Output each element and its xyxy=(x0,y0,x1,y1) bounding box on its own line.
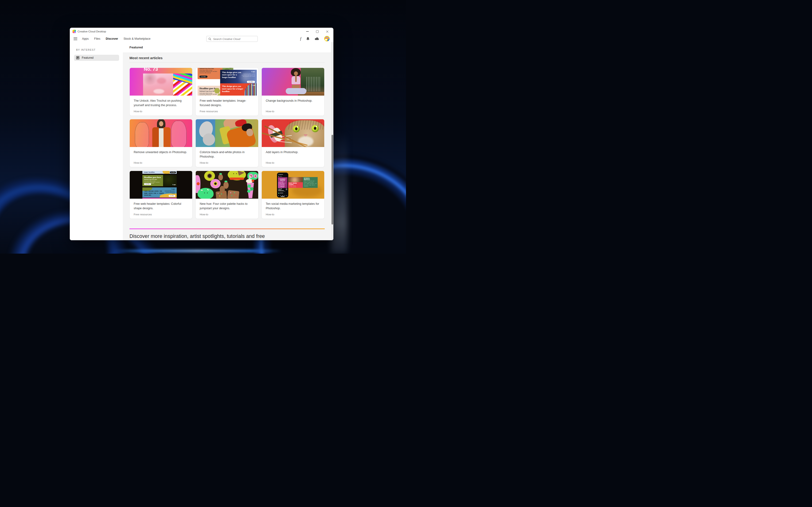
art-face-dot xyxy=(204,192,205,193)
art-banner-duo: PASTA MAKING CLASSES Fridays 7PM-9PM w/ … xyxy=(288,177,318,188)
art-headline-fragment: longer headline. xyxy=(144,171,155,173)
cloud-sync-icon[interactable] xyxy=(315,37,319,40)
art-pie-tin xyxy=(229,177,244,180)
card-tag: How-to xyxy=(266,213,274,216)
minimize-button[interactable] xyxy=(306,30,309,33)
nav-tab-apps[interactable]: Apps xyxy=(82,34,89,43)
card-title: Free web header templates: Colorful shap… xyxy=(134,202,188,211)
featured-layout-icon xyxy=(76,56,79,59)
account-avatar[interactable] xyxy=(324,36,330,41)
search-input[interactable] xyxy=(213,37,256,41)
art-cat-face xyxy=(285,120,324,147)
art-person-waist xyxy=(292,85,300,88)
card-title: Colorize black-and-white photos in Photo… xyxy=(200,150,255,159)
article-card[interactable]: Instagram lonoco SUMMER NIGHTS ART EXCHA… xyxy=(262,171,324,219)
nav-items: Apps Files Discover Stock & Marketplace xyxy=(82,34,150,43)
article-card[interactable]: longer headline. Learn More Headline goe… xyxy=(129,171,193,219)
art-banner-navy: This design gives you more space for a l… xyxy=(220,70,257,84)
art-caption-line xyxy=(278,190,284,191)
art-face-dot xyxy=(207,192,208,193)
maximize-button[interactable] xyxy=(316,30,319,33)
art-pasta-sub: w/ Chef Beaurdie xyxy=(289,187,296,188)
nav-tab-files[interactable]: Files xyxy=(94,34,100,43)
scrollbar-track[interactable] xyxy=(331,42,333,240)
card-thumbnail: No. 73 xyxy=(130,68,192,96)
art-sponsor-avatar xyxy=(278,192,279,194)
art-donut-pink xyxy=(210,179,221,188)
art-whisker xyxy=(279,141,292,143)
art-brownie xyxy=(216,191,227,199)
search-box[interactable] xyxy=(206,36,258,42)
nav-tab-discover[interactable]: Discover xyxy=(106,34,118,43)
utility-icons: f xyxy=(300,34,330,43)
window-controls xyxy=(306,30,330,33)
card-thumbnail xyxy=(262,68,324,96)
page-header: Featured xyxy=(123,42,333,53)
card-thumbnail: longer headline. Learn More Headline goe… xyxy=(130,171,192,199)
art-instagram-label: Instagram xyxy=(278,174,283,175)
art-cat-eye-right xyxy=(312,125,319,132)
art-learn-more-pill: Learn More xyxy=(144,183,151,185)
art-like-icon xyxy=(278,188,280,190)
art-space-headline: This design gives you more space for a l… xyxy=(222,71,243,78)
scrollbar-thumb[interactable] xyxy=(331,135,333,225)
article-card[interactable]: No. 73 The Unlock: Alex Trochut on pushi… xyxy=(129,68,193,116)
art-caption-line xyxy=(278,191,285,191)
nav-tab-stock-marketplace[interactable]: Stock & Marketplace xyxy=(123,34,151,43)
art-smile xyxy=(153,89,164,94)
article-card[interactable]: Colorize black-and-white photos in Photo… xyxy=(196,119,259,167)
search-icon xyxy=(208,38,211,40)
art-cat-eye-left xyxy=(293,125,300,132)
article-card[interactable]: New hue: Four color palette hacks to jum… xyxy=(196,171,259,219)
art-banner-blue: THIS DESIGN GIVES YOU MORE SPACE FOR A L… xyxy=(143,187,177,198)
card-tag: How-to xyxy=(134,110,142,113)
art-moss-photo: Logo xyxy=(163,175,177,186)
avatar-eye xyxy=(325,37,327,38)
article-card[interactable]: Change backgrounds in Photoshop. How-to xyxy=(262,68,324,116)
card-title: Change backgrounds in Photoshop. xyxy=(266,99,321,103)
art-subject-jacket-left xyxy=(152,127,159,147)
card-tag: How-to xyxy=(266,110,274,113)
hamburger-menu-icon[interactable] xyxy=(73,37,77,40)
art-banner-red: This design gives you more space for a l… xyxy=(220,83,257,96)
art-space-headline: This design gives you more space for a l… xyxy=(222,85,243,93)
art-lorem: Lorem ipsum dolor sit amet, consectetuer… xyxy=(164,190,175,194)
card-title: Remove unwanted objects in Photoshop. xyxy=(134,150,188,155)
card-thumbnail xyxy=(130,119,192,147)
adobe-fonts-icon[interactable]: f xyxy=(300,37,301,41)
art-phone-navbar xyxy=(278,195,287,196)
article-card[interactable]: Headline goes here Subhead Copy Goes Her… xyxy=(196,68,259,116)
art-pie xyxy=(228,171,246,180)
close-button[interactable] xyxy=(326,30,329,33)
card-title: Add layers in Photoshop. xyxy=(266,150,321,155)
art-berry-leaf xyxy=(219,173,222,175)
art-logo: Logo xyxy=(252,84,255,86)
art-phone-mockup: Instagram lonoco SUMMER NIGHTS ART EXCHA… xyxy=(277,173,288,197)
art-sprinkle xyxy=(201,190,203,191)
card-tag: How-to xyxy=(266,161,274,164)
window-titlebar: Creative Cloud Desktop xyxy=(70,28,333,34)
card-title: The Unlock: Alex Trochut on pushing your… xyxy=(134,99,188,108)
card-tag: Free resources xyxy=(134,213,152,216)
sidebar-item-featured[interactable]: Featured xyxy=(74,55,119,61)
article-card[interactable]: Remove unwanted objects in Photoshop. Ho… xyxy=(129,119,193,167)
art-subject-jacket-right xyxy=(164,127,171,147)
art-ig-handle: lonoco xyxy=(280,176,282,177)
art-waterfall xyxy=(306,77,321,91)
art-save-icon xyxy=(286,188,287,190)
sidebar-item-label: Featured xyxy=(82,56,94,59)
art-sprinkle-dot xyxy=(230,192,231,193)
art-sprinkle xyxy=(207,189,209,190)
art-sprinkle-dot xyxy=(221,193,222,194)
art-green-jelly xyxy=(198,188,214,199)
notifications-bell-icon[interactable] xyxy=(306,37,310,41)
art-summer-title: SUMMER NIGHTS xyxy=(278,179,287,181)
art-person-legs xyxy=(286,88,306,94)
art-brownie xyxy=(227,190,239,199)
art-logo: Logo xyxy=(172,184,176,185)
art-banner-lightblue: longer headline. Learn More xyxy=(143,171,177,174)
card-title: Ten social media marketing templates for… xyxy=(266,202,321,211)
art-summer-line: LIVE MUSIC xyxy=(278,184,287,185)
article-card[interactable]: Add layers in Photoshop. How-to xyxy=(262,119,324,167)
window-title: Creative Cloud Desktop xyxy=(77,30,106,33)
